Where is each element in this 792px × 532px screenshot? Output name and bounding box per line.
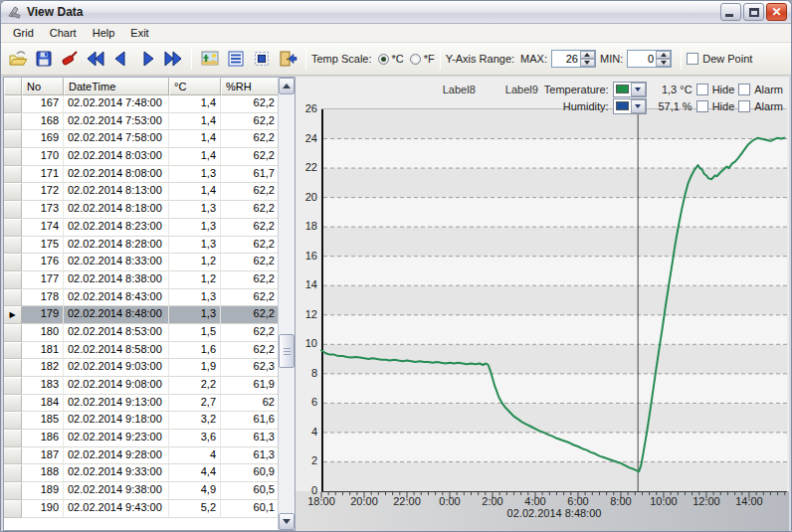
grid-cell[interactable]: 02.02.2014 9:43:00 xyxy=(64,500,169,518)
grid-cell[interactable]: 02.02.2014 7:58:00 xyxy=(64,130,169,148)
table-row[interactable]: 19002.02.2014 9:43:005,260,1 xyxy=(4,500,280,518)
row-indicator[interactable] xyxy=(4,342,22,360)
maximize-button[interactable] xyxy=(743,3,764,21)
grid-cell[interactable]: 02.02.2014 8:08:00 xyxy=(64,166,169,184)
grid-cell[interactable]: 62,2 xyxy=(221,306,280,324)
grid-cell[interactable]: 5,2 xyxy=(169,500,221,518)
grid-cell[interactable]: 170 xyxy=(22,148,64,166)
humidity-alarm-checkbox[interactable] xyxy=(738,100,750,112)
row-indicator[interactable] xyxy=(4,183,22,201)
grid-header-rh[interactable]: %RH xyxy=(221,78,280,95)
grid-cell[interactable]: 02.02.2014 8:23:00 xyxy=(64,219,169,237)
nav-prev-button[interactable] xyxy=(109,47,133,71)
grid-cell[interactable]: 61,6 xyxy=(221,412,280,430)
grid-cell[interactable]: 02.02.2014 8:03:00 xyxy=(64,148,169,166)
grid-cell[interactable]: 179 xyxy=(22,306,64,324)
row-indicator[interactable] xyxy=(4,237,22,255)
grid-cell[interactable]: 1,3 xyxy=(169,237,221,255)
row-indicator[interactable] xyxy=(4,271,22,289)
grid-cell[interactable]: 62,2 xyxy=(221,254,280,271)
row-indicator[interactable] xyxy=(4,447,22,465)
humidity-hide-checkbox[interactable] xyxy=(696,100,708,112)
grid-cell[interactable]: 02.02.2014 8:33:00 xyxy=(64,254,169,271)
grid-cell[interactable]: 172 xyxy=(22,183,64,201)
row-indicator[interactable] xyxy=(4,482,22,500)
grid-cell[interactable]: 171 xyxy=(22,166,64,184)
grid-cell[interactable]: 1,4 xyxy=(169,183,221,201)
scroll-down-button[interactable] xyxy=(279,513,295,530)
grid-cell[interactable]: 1,3 xyxy=(169,289,221,307)
min-spin-up-button[interactable] xyxy=(656,51,671,59)
row-indicator[interactable] xyxy=(4,166,22,184)
grid-cell[interactable]: 02.02.2014 8:13:00 xyxy=(64,183,169,201)
grid-cell[interactable]: 60,9 xyxy=(221,464,280,482)
grid-cell[interactable]: 1,2 xyxy=(169,271,221,289)
grid-cell[interactable]: 189 xyxy=(22,482,64,500)
scroll-thumb[interactable] xyxy=(279,334,295,368)
table-row[interactable]: 18302.02.2014 9:08:002,261,9 xyxy=(4,377,280,395)
row-indicator[interactable] xyxy=(4,395,22,413)
grid-cell[interactable]: 2,2 xyxy=(169,377,221,395)
grid-cell[interactable]: 1,2 xyxy=(169,254,221,271)
humidity-color-dropdown[interactable] xyxy=(613,98,647,114)
grid-cell[interactable]: 62,2 xyxy=(221,148,280,166)
grid-cell[interactable]: 2,7 xyxy=(169,395,221,413)
temp-hide-checkbox[interactable] xyxy=(696,84,708,95)
row-indicator[interactable] xyxy=(4,464,22,482)
grid-cell[interactable]: 1,3 xyxy=(169,219,221,237)
table-row[interactable]: 17302.02.2014 8:18:001,362,2 xyxy=(4,201,280,219)
grid-cell[interactable]: 167 xyxy=(22,95,64,113)
grid-cell[interactable]: 02.02.2014 9:03:00 xyxy=(64,359,169,377)
grid-cell[interactable]: 3,6 xyxy=(169,430,221,447)
chart-image-button[interactable] xyxy=(198,47,222,71)
grid-cell[interactable]: 02.02.2014 8:38:00 xyxy=(64,271,169,289)
save-button[interactable] xyxy=(32,47,56,71)
temp-color-dropdown[interactable] xyxy=(613,82,647,97)
grid-cell[interactable]: 4,9 xyxy=(169,482,221,500)
grid-cell[interactable]: 174 xyxy=(22,219,64,237)
table-row[interactable]: 18402.02.2014 9:13:002,762 xyxy=(4,395,280,413)
grid-cell[interactable]: 180 xyxy=(22,324,64,342)
grid-cell[interactable]: 62,2 xyxy=(221,201,280,219)
row-indicator[interactable] xyxy=(4,500,22,518)
menu-item-chart[interactable]: Chart xyxy=(42,25,85,41)
grid-cell[interactable]: 02.02.2014 9:18:00 xyxy=(64,412,169,430)
grid-cell[interactable]: 1,3 xyxy=(169,166,221,184)
grid-cell[interactable]: 02.02.2014 8:28:00 xyxy=(64,237,169,255)
grid-cell[interactable]: 62,2 xyxy=(221,113,280,131)
grid-cell[interactable]: 4 xyxy=(169,447,221,465)
grid-cell[interactable]: 02.02.2014 9:23:00 xyxy=(64,430,169,447)
max-input[interactable] xyxy=(552,51,580,67)
grid-cell[interactable]: 1,6 xyxy=(169,342,221,360)
grid-cell[interactable]: 62,2 xyxy=(221,271,280,289)
grid-cell[interactable]: 178 xyxy=(22,289,64,307)
row-indicator[interactable] xyxy=(4,130,22,148)
table-row[interactable]: 17802.02.2014 8:43:001,362,2 xyxy=(4,289,280,307)
grid-cell[interactable]: 02.02.2014 8:53:00 xyxy=(64,324,169,342)
grid-cell[interactable]: 168 xyxy=(22,113,64,131)
grid-cell[interactable]: 188 xyxy=(22,464,64,482)
box-select-button[interactable] xyxy=(250,47,274,71)
grid-cell[interactable]: 02.02.2014 7:53:00 xyxy=(64,113,169,131)
nav-last-button[interactable] xyxy=(161,47,185,71)
grid-cell[interactable]: 184 xyxy=(22,395,64,413)
grid-cell[interactable]: 181 xyxy=(22,342,64,360)
max-spin-up-button[interactable] xyxy=(580,51,595,59)
grid-cell[interactable]: 62,3 xyxy=(221,359,280,377)
grid-cell[interactable]: 62 xyxy=(221,395,280,413)
grid-cell[interactable]: 1,9 xyxy=(169,359,221,377)
row-indicator[interactable]: ▶ xyxy=(4,306,22,324)
table-row[interactable]: 18502.02.2014 9:18:003,261,6 xyxy=(4,412,280,430)
table-row[interactable]: 16902.02.2014 7:58:001,462,2 xyxy=(4,130,280,148)
open-button[interactable] xyxy=(6,47,30,71)
row-indicator[interactable] xyxy=(4,359,22,377)
grid-cell[interactable]: 3,2 xyxy=(169,412,221,430)
table-row[interactable]: 17602.02.2014 8:33:001,262,2 xyxy=(4,254,280,271)
grid-cell[interactable]: 02.02.2014 9:13:00 xyxy=(64,395,169,413)
row-indicator[interactable] xyxy=(4,289,22,307)
grid-cell[interactable]: 61,9 xyxy=(221,377,280,395)
grid-header-temp[interactable]: °C xyxy=(169,78,221,95)
table-row[interactable]: 18002.02.2014 8:53:001,562,2 xyxy=(4,324,280,342)
row-indicator[interactable] xyxy=(4,377,22,395)
grid-header-no[interactable]: No xyxy=(22,78,64,95)
